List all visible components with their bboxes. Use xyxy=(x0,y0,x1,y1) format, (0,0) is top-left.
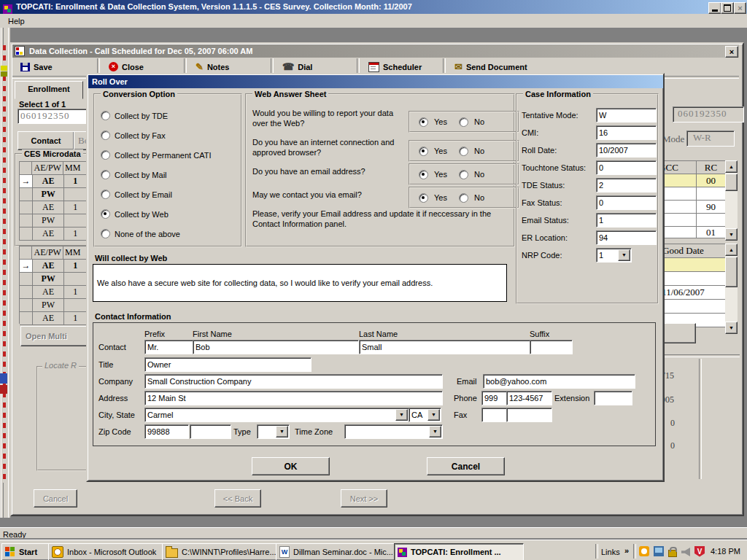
radio-collect-by-mail[interactable]: Collect by Mail xyxy=(101,170,167,179)
type-combobox[interactable]: ▼ xyxy=(257,424,290,439)
speaker-icon[interactable] xyxy=(681,548,690,556)
fax-area-field[interactable] xyxy=(481,408,507,422)
radio-icon[interactable] xyxy=(419,147,428,156)
taskbar-clock[interactable]: 4:18 PM xyxy=(711,547,740,556)
radio-icon[interactable] xyxy=(101,131,110,140)
radio-collect-by-email[interactable]: Collect by Email xyxy=(101,190,172,199)
start-button[interactable]: Start xyxy=(1,543,53,560)
open-multiple-button[interactable]: Open Multi xyxy=(20,326,92,346)
radio-icon[interactable] xyxy=(419,170,428,179)
scrollbar-thumb[interactable] xyxy=(725,174,738,191)
clock-tray-icon[interactable] xyxy=(639,546,649,556)
radio-none-of-the-above[interactable]: None of the above xyxy=(101,229,180,238)
radio-icon[interactable] xyxy=(101,209,110,219)
send-document-button[interactable]: ✉Send Document xyxy=(452,59,541,74)
scroll-down-icon[interactable]: ▼ xyxy=(725,322,738,334)
save-button[interactable]: Save xyxy=(18,59,93,74)
radio-icon[interactable] xyxy=(459,170,468,179)
prefix-field[interactable]: Mr. xyxy=(144,340,193,354)
zip-code-field[interactable]: 99888 xyxy=(144,424,189,439)
scroll-up-icon[interactable]: ▲ xyxy=(725,160,738,173)
network-tray-icon[interactable] xyxy=(654,546,664,556)
yes-label[interactable]: Yes xyxy=(434,147,447,155)
radio-icon[interactable] xyxy=(419,117,428,127)
roll-date-field[interactable]: 10/2007 xyxy=(596,143,657,158)
taskbar-task-topcati[interactable]: TOPCATI: Enrollment ... xyxy=(394,543,524,560)
nrp-code-combobox[interactable]: 1 ▼ xyxy=(596,248,632,262)
cancel-button[interactable]: Cancel xyxy=(427,457,505,475)
radio-collect-by-web[interactable]: Collect by Web xyxy=(101,209,169,219)
combo-arrow-icon[interactable]: ▼ xyxy=(276,426,288,438)
radio-icon[interactable] xyxy=(101,190,110,199)
case-id-field[interactable]: 060192350 xyxy=(18,109,88,124)
state-combobox[interactable]: CA ▼ xyxy=(409,408,441,422)
next-button[interactable]: Next >> xyxy=(341,489,387,508)
email-field[interactable]: bob@yahoo.com xyxy=(483,374,635,389)
grid-row[interactable]: PW xyxy=(20,273,87,286)
yes-label[interactable]: Yes xyxy=(434,193,447,202)
taskbar-task-folder[interactable]: C:\WINNT\Profiles\Harre... xyxy=(162,543,280,560)
contact-button[interactable]: Contact xyxy=(18,131,74,150)
taskbar-task-word[interactable]: W Dillman Seminar.doc - Mic... xyxy=(276,543,398,560)
time-zone-combobox[interactable]: ▼ xyxy=(344,424,443,439)
radio-label[interactable]: Collect by Mail xyxy=(115,171,167,179)
touchtone-status-field[interactable]: 0 xyxy=(596,160,657,175)
radio-label[interactable]: Collect by Email xyxy=(115,190,172,199)
case-id-field-right[interactable]: 060192350 xyxy=(673,106,744,122)
grid-row[interactable]: PW xyxy=(20,188,87,201)
radio-icon[interactable] xyxy=(101,229,110,238)
yes-label[interactable]: Yes xyxy=(434,170,447,179)
grid-row[interactable]: PW xyxy=(20,214,87,228)
back-button[interactable]: << Back xyxy=(214,489,261,508)
city-combobox[interactable]: Carmel ▼ xyxy=(144,408,409,422)
radio-collect-by-tde[interactable]: Collect by TDE xyxy=(101,111,168,120)
grid-row[interactable]: AE1 xyxy=(20,228,87,241)
notes-button[interactable]: ✎Notes xyxy=(193,59,266,74)
extension-field[interactable] xyxy=(594,391,632,405)
combo-arrow-icon[interactable]: ▼ xyxy=(618,249,630,261)
scheduler-button[interactable]: Scheduler xyxy=(365,59,438,74)
radio-label[interactable]: Collect by Permanent CATI xyxy=(115,151,211,160)
address-field[interactable]: 12 Main St xyxy=(144,391,443,405)
tde-status-field[interactable]: 2 xyxy=(596,178,657,192)
radio-collect-by-fax[interactable]: Collect by Fax xyxy=(101,131,166,140)
no-label[interactable]: No xyxy=(474,193,484,202)
good-date-scrollbar[interactable]: ▲ ▼ xyxy=(725,244,738,334)
radio-icon[interactable] xyxy=(101,150,110,160)
radio-label[interactable]: Collect by TDE xyxy=(115,112,168,120)
radio-icon[interactable] xyxy=(101,170,110,179)
mode-field[interactable]: W-R xyxy=(686,131,735,147)
no-label[interactable]: No xyxy=(474,170,484,179)
radio-icon[interactable] xyxy=(459,147,468,156)
rc-grid-scrollbar[interactable]: ▲ ▼ xyxy=(725,160,738,241)
no-label[interactable]: No xyxy=(474,117,484,126)
radio-label[interactable]: Collect by Fax xyxy=(115,131,166,140)
restore-button[interactable] xyxy=(721,2,734,14)
close-button[interactable]: × xyxy=(734,2,746,14)
fax-number-field[interactable] xyxy=(506,408,552,422)
cmi-field[interactable]: 16 xyxy=(596,125,657,140)
grid-row[interactable]: PW xyxy=(20,299,87,312)
radio-icon[interactable] xyxy=(101,111,110,120)
minimize-button[interactable] xyxy=(708,2,721,14)
company-field[interactable]: Small Construction Company xyxy=(144,374,443,389)
scrollbar-thumb[interactable] xyxy=(725,257,738,287)
phone-number-field[interactable]: 123-4567 xyxy=(506,391,552,405)
yes-label[interactable]: Yes xyxy=(434,117,447,126)
dial-button[interactable]: ☎Dial xyxy=(279,59,352,74)
grid-row[interactable]: →AE1 xyxy=(20,175,87,188)
combo-arrow-icon[interactable]: ▼ xyxy=(429,426,441,438)
grid-row[interactable]: AE1 xyxy=(20,286,87,299)
first-name-field[interactable]: Bob xyxy=(193,340,359,354)
menu-help[interactable]: Help xyxy=(5,16,28,26)
radio-label[interactable]: Collect by Web xyxy=(115,210,169,219)
last-name-field[interactable]: Small xyxy=(359,340,530,354)
tab-enrollment[interactable]: Enrollment xyxy=(15,81,83,99)
shield-icon[interactable]: V xyxy=(694,546,705,557)
fax-status-field[interactable]: 0 xyxy=(596,195,657,210)
links-label[interactable]: Links xyxy=(601,548,620,556)
tentative-mode-field[interactable]: W xyxy=(596,108,657,122)
title-field[interactable]: Owner xyxy=(144,357,311,372)
scroll-down-icon[interactable]: ▼ xyxy=(725,228,738,241)
radio-icon[interactable] xyxy=(459,117,468,127)
